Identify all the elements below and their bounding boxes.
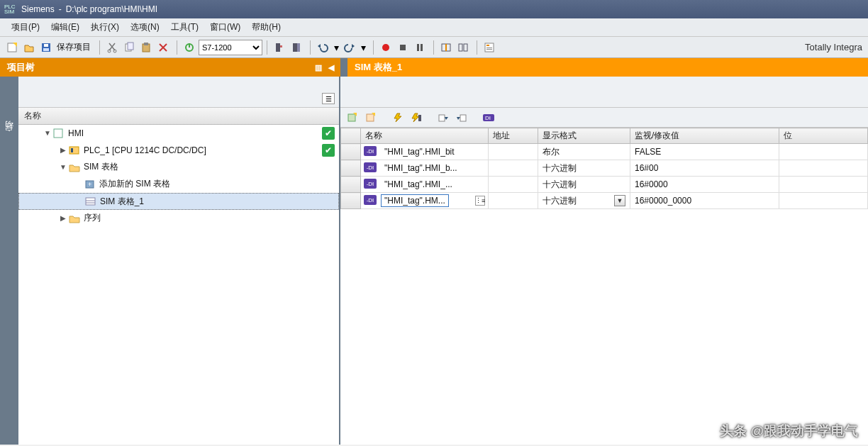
col-name[interactable]: 名称 bbox=[361, 128, 489, 144]
menu-help[interactable]: 帮助(H) bbox=[246, 18, 286, 36]
cell-format[interactable]: 十六进制▼ bbox=[538, 193, 630, 209]
tree-plc[interactable]: ▶ PLC_1 [CPU 1214C DC/DC/DC] ✔ bbox=[18, 142, 339, 159]
title-sep: - bbox=[59, 4, 62, 14]
export-icon[interactable] bbox=[435, 111, 451, 125]
new-row-icon[interactable] bbox=[345, 111, 360, 125]
left-rail-label[interactable]: 启动 bbox=[4, 133, 16, 139]
new-group-icon[interactable] bbox=[363, 111, 379, 125]
cell-value[interactable]: 16#00 bbox=[630, 160, 779, 177]
menu-options[interactable]: 选项(N) bbox=[125, 18, 165, 36]
expand-icon[interactable]: ▶ bbox=[58, 146, 68, 154]
cell-name[interactable]: -DI"HMI_tag".HMI_... bbox=[361, 177, 489, 193]
table-row[interactable]: -DI"HMI_tag".HMI_bit布尔FALSE bbox=[341, 144, 868, 160]
cell-format[interactable]: 十六进制 bbox=[538, 160, 630, 177]
cell-value[interactable]: FALSE bbox=[630, 144, 779, 160]
menu-edit[interactable]: 编辑(E) bbox=[45, 18, 85, 36]
col-bit[interactable]: 位 bbox=[779, 128, 868, 144]
cell-name[interactable]: -DI"HMI_tag".HMI_b... bbox=[361, 160, 489, 177]
layout-icon-1[interactable] bbox=[438, 40, 454, 55]
cell-bit[interactable] bbox=[779, 193, 868, 209]
col-monitor[interactable]: 监视/修改值 bbox=[630, 128, 779, 144]
expand-icon[interactable]: ▶ bbox=[58, 214, 68, 222]
col-format[interactable]: 显示格式 bbox=[538, 128, 630, 144]
layout-icon-2[interactable] bbox=[455, 40, 471, 55]
tree-root-hmi[interactable]: ▼ HMI ✔ bbox=[18, 125, 339, 142]
copy-icon[interactable] bbox=[121, 40, 137, 55]
panel-divider[interactable] bbox=[340, 58, 347, 77]
tool-icon-2[interactable] bbox=[289, 40, 304, 55]
table-row[interactable]: -DI"HMI_tag".HMI_...十六进制16#0000 bbox=[341, 177, 868, 193]
cell-address[interactable] bbox=[489, 144, 538, 160]
flash-icon[interactable] bbox=[390, 111, 406, 125]
expand-icon[interactable]: ▼ bbox=[58, 163, 68, 171]
cell-address[interactable] bbox=[489, 193, 538, 209]
paste-icon[interactable] bbox=[138, 40, 154, 55]
row-head[interactable] bbox=[341, 160, 361, 177]
svg-marker-47 bbox=[445, 117, 448, 120]
tool-icon-1[interactable] bbox=[272, 40, 287, 55]
row-head[interactable] bbox=[341, 144, 361, 160]
power-icon[interactable] bbox=[182, 40, 197, 55]
tag-name[interactable]: "HMI_tag".HMI_bit bbox=[381, 145, 458, 158]
table-row[interactable]: -DI"HMI_tag".HMI_b...十六进制16#00 bbox=[341, 160, 868, 177]
stop-icon[interactable] bbox=[395, 40, 411, 55]
undo-icon[interactable] bbox=[315, 40, 330, 55]
new-project-icon[interactable] bbox=[4, 40, 20, 55]
col-address[interactable]: 地址 bbox=[489, 128, 538, 144]
svg-text:DI: DI bbox=[485, 115, 491, 121]
menu-project[interactable]: 项目(P) bbox=[6, 18, 45, 36]
svg-rect-48 bbox=[460, 115, 466, 121]
tree-sim-group[interactable]: ▼ SIM 表格 bbox=[18, 159, 339, 176]
menu-execute[interactable]: 执行(X) bbox=[85, 18, 125, 36]
flash-all-icon[interactable] bbox=[408, 111, 424, 125]
table-row[interactable]: -DI"HMI_tag".HM...⋮≡十六进制▼16#0000_0000 bbox=[341, 193, 868, 209]
tag-name[interactable]: "HMI_tag".HM... bbox=[381, 194, 449, 207]
undo-dropdown-icon[interactable]: ▾ bbox=[332, 40, 340, 55]
menu-window[interactable]: 窗口(W) bbox=[204, 18, 246, 36]
cell-format[interactable]: 布尔 bbox=[538, 144, 630, 160]
cell-name[interactable]: -DI"HMI_tag".HM...⋮≡ bbox=[361, 193, 489, 209]
tree-sequence[interactable]: ▶ 序列 bbox=[18, 210, 339, 227]
cell-value[interactable]: 16#0000_0000 bbox=[630, 193, 779, 209]
tag-name[interactable]: "HMI_tag".HMI_b... bbox=[381, 162, 461, 174]
cut-icon[interactable] bbox=[104, 40, 120, 55]
cell-bit[interactable] bbox=[779, 177, 868, 193]
tag-name[interactable]: "HMI_tag".HMI_... bbox=[381, 178, 456, 191]
pin-icon[interactable]: ▥ bbox=[313, 62, 323, 72]
tree-add-sim[interactable]: + 添加新的 SIM 表格 bbox=[18, 176, 339, 193]
properties-icon[interactable] bbox=[482, 40, 497, 55]
tree-view-icon[interactable]: ☰ bbox=[322, 93, 335, 104]
row-head[interactable] bbox=[341, 193, 361, 209]
dropdown-icon[interactable]: ▼ bbox=[614, 195, 625, 206]
picker-icon[interactable]: ⋮≡ bbox=[475, 196, 485, 206]
cell-format[interactable]: 十六进制 bbox=[538, 177, 630, 193]
sim-table: 名称 地址 显示格式 监视/修改值 位 -DI"HMI_tag".HMI_bit… bbox=[340, 128, 868, 209]
menu-bar: 项目(P) 编辑(E) 执行(X) 选项(N) 工具(T) 窗口(W) 帮助(H… bbox=[0, 18, 868, 37]
cell-bit[interactable] bbox=[779, 160, 868, 177]
tree-sim-table-1[interactable]: SIM 表格_1 bbox=[18, 193, 339, 210]
collapse-icon[interactable]: ◀ bbox=[326, 62, 336, 72]
pause-icon[interactable] bbox=[412, 40, 428, 55]
cell-address[interactable] bbox=[489, 177, 538, 193]
redo-icon[interactable] bbox=[342, 40, 357, 55]
cpu-select[interactable]: S7-1200 bbox=[199, 40, 262, 55]
sim-table-panel: DI 名称 地址 显示格式 监视/修改值 位 -DI"HMI_tag".HMI_… bbox=[340, 77, 868, 445]
cell-value[interactable]: 16#0000 bbox=[630, 177, 779, 193]
import-icon[interactable] bbox=[454, 111, 469, 125]
svg-marker-18 bbox=[352, 44, 355, 48]
cell-name[interactable]: -DI"HMI_tag".HMI_bit bbox=[361, 144, 489, 160]
delete-icon[interactable] bbox=[155, 40, 171, 55]
svg-rect-29 bbox=[486, 48, 492, 48]
open-project-icon[interactable] bbox=[21, 40, 37, 55]
svg-rect-28 bbox=[486, 45, 489, 46]
cell-address[interactable] bbox=[489, 160, 538, 177]
tag-badge-icon: -DI bbox=[364, 195, 377, 205]
row-head[interactable] bbox=[341, 177, 361, 193]
menu-tools[interactable]: 工具(T) bbox=[165, 18, 204, 36]
tag-icon[interactable]: DI bbox=[481, 111, 496, 125]
record-icon[interactable] bbox=[378, 40, 394, 55]
expand-icon[interactable]: ▼ bbox=[43, 129, 52, 137]
save-icon[interactable] bbox=[38, 40, 54, 55]
redo-dropdown-icon[interactable]: ▾ bbox=[359, 40, 367, 55]
cell-bit[interactable] bbox=[779, 144, 868, 160]
